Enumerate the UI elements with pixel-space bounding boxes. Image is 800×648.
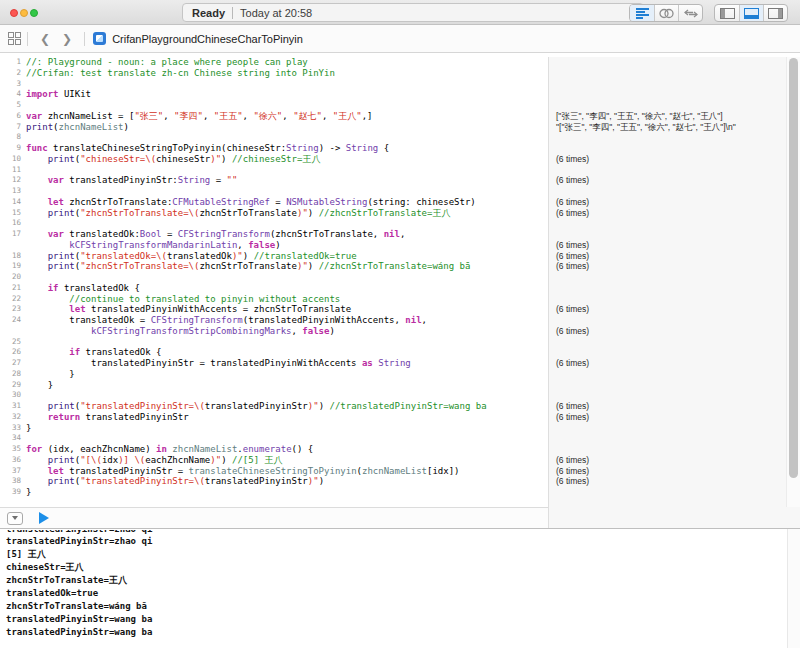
code-line[interactable]: if translatedOk { — [26, 283, 548, 294]
playground-result[interactable]: ["张三", "李四", "王五", "徐六", "赵七", "王八"] — [548, 111, 786, 122]
code-row[interactable]: 31 print("translatedPinyinStr=\(translat… — [0, 401, 800, 412]
playground-result[interactable]: (6 times) — [548, 208, 786, 219]
code-row[interactable]: kCFStringTransformStripCombiningMarks, f… — [0, 326, 800, 337]
code-row[interactable]: 8 — [0, 132, 800, 143]
code-line[interactable]: return translatedPinyinStr — [26, 412, 548, 423]
playground-result[interactable]: (6 times) — [548, 401, 786, 412]
code-line[interactable]: print(zhcnNameList) — [26, 122, 548, 133]
code-line[interactable]: print("zhcnStrToTranslate=\(zhcnStrToTra… — [26, 208, 548, 219]
code-line[interactable]: let translatedPinyinWithAccents = zhcnSt… — [26, 304, 548, 315]
code-row[interactable]: 24 translatedOk = CFStringTransform(tran… — [0, 315, 800, 326]
playground-result[interactable]: "["张三", "李四", "王五", "徐六", "赵七", "王八"]\n" — [548, 122, 786, 133]
code-line[interactable]: } — [26, 487, 548, 498]
go-back-button[interactable]: ❮ — [34, 32, 56, 46]
code-row[interactable]: 19 print("zhcnStrToTranslate=\(zhcnStrTo… — [0, 261, 800, 272]
code-line[interactable]: translatedOk = CFStringTransform(transla… — [26, 315, 548, 326]
console-output[interactable]: translatedPinyinStr=zhao qi translatedPi… — [0, 528, 800, 648]
console-toggle-button[interactable] — [7, 512, 23, 525]
code-row[interactable]: 17 var translatedOk:Bool = CFStringTrans… — [0, 229, 800, 240]
code-row[interactable]: 15 print("zhcnStrToTranslate=\(zhcnStrTo… — [0, 208, 800, 219]
code-line[interactable]: } — [26, 380, 548, 391]
code-line[interactable] — [26, 390, 548, 401]
code-line[interactable]: //Crifan: test translate zh-cn Chinese s… — [26, 68, 548, 79]
code-line[interactable]: var translatedPinyinStr:String = "" — [26, 175, 548, 186]
code-row[interactable]: 27 translatedPinyinStr = translatedPinyi… — [0, 358, 800, 369]
code-line[interactable]: print("translatedPinyinStr=\(translatedP… — [26, 476, 548, 487]
code-line[interactable]: kCFStringTransformMandarinLatin, false) — [26, 240, 548, 251]
code-row[interactable]: 1//: Playground - noun: a place where pe… — [0, 57, 800, 68]
code-row[interactable]: 4import UIKit — [0, 89, 800, 100]
code-line[interactable]: print("[\(idx)] \(eachZhcnName)") //[5] … — [26, 455, 548, 466]
code-row[interactable]: 35for (idx, eachZhcnName) in zhcnNameLis… — [0, 444, 800, 455]
playground-result[interactable]: (6 times) — [548, 455, 786, 466]
code-line[interactable]: for (idx, eachZhcnName) in zhcnNameList.… — [26, 444, 548, 455]
code-line[interactable]: if translatedOk { — [26, 347, 548, 358]
code-row[interactable]: kCFStringTransformMandarinLatin, false)(… — [0, 240, 800, 251]
navigator-panel-button[interactable] — [715, 5, 739, 21]
code-row[interactable]: 11 — [0, 165, 800, 176]
playground-result[interactable]: (6 times) — [548, 304, 786, 315]
code-line[interactable]: print("chineseStr=\(chineseStr)") //chin… — [26, 154, 548, 165]
playground-result[interactable]: (6 times) — [548, 175, 786, 186]
code-row[interactable]: 20 — [0, 272, 800, 283]
close-button[interactable] — [10, 9, 18, 17]
code-row[interactable]: 32 return translatedPinyinStr(6 times) — [0, 412, 800, 423]
playground-result[interactable]: (6 times) — [548, 358, 786, 369]
playground-result[interactable]: (6 times) — [548, 154, 786, 165]
code-row[interactable]: 37 let translatedPinyinStr = translateCh… — [0, 466, 800, 477]
related-items-icon[interactable] — [8, 32, 21, 45]
code-line[interactable] — [26, 272, 548, 283]
code-line[interactable]: var translatedOk:Bool = CFStringTransfor… — [26, 229, 548, 240]
code-line[interactable]: print("translatedPinyinStr=\(translatedP… — [26, 401, 548, 412]
code-line[interactable]: kCFStringTransformStripCombiningMarks, f… — [26, 326, 548, 337]
code-line[interactable]: translatedPinyinStr = translatedPinyinWi… — [26, 358, 548, 369]
code-row[interactable]: 13 — [0, 186, 800, 197]
code-line[interactable]: import UIKit — [26, 89, 548, 100]
playground-result[interactable]: (6 times) — [548, 326, 786, 337]
code-row[interactable]: 33} — [0, 423, 800, 434]
zoom-button[interactable] — [30, 9, 38, 17]
code-row[interactable]: 14 let zhcnStrToTranslate:CFMutableStrin… — [0, 197, 800, 208]
code-row[interactable]: 3 — [0, 79, 800, 90]
code-line[interactable] — [26, 218, 548, 229]
code-line[interactable] — [26, 337, 548, 348]
playground-result[interactable]: (6 times) — [548, 466, 786, 477]
code-row[interactable]: 22 //continue to translated to pinyin wi… — [0, 294, 800, 305]
code-line[interactable]: var zhcnNameList = ["张三", "李四", "王五", "徐… — [26, 111, 548, 122]
code-row[interactable]: 7print(zhcnNameList)"["张三", "李四", "王五", … — [0, 122, 800, 133]
assistant-editor-button[interactable] — [654, 5, 678, 21]
code-line[interactable]: let translatedPinyinStr = translateChine… — [26, 466, 548, 477]
code-row[interactable]: 18 print("translatedOk=\(translatedOk)")… — [0, 251, 800, 262]
playground-result[interactable]: (6 times) — [548, 261, 786, 272]
code-line[interactable] — [26, 186, 548, 197]
code-row[interactable]: 5 — [0, 100, 800, 111]
run-playground-button[interactable] — [39, 512, 49, 524]
code-row[interactable]: 38 print("translatedPinyinStr=\(translat… — [0, 476, 800, 487]
code-line[interactable]: let zhcnStrToTranslate:CFMutableStringRe… — [26, 197, 548, 208]
code-row[interactable]: 34 — [0, 433, 800, 444]
code-line[interactable]: } — [26, 423, 548, 434]
editor-scrollbar-thumb[interactable] — [789, 58, 798, 478]
minimize-button[interactable] — [20, 9, 28, 17]
code-line[interactable]: //: Playground - noun: a place where peo… — [26, 57, 548, 68]
playground-result[interactable]: (6 times) — [548, 412, 786, 423]
code-line[interactable]: print("zhcnStrToTranslate=\(zhcnStrToTra… — [26, 261, 548, 272]
go-forward-button[interactable]: ❯ — [56, 32, 78, 46]
code-row[interactable]: 9func translateChineseStringToPyinyin(ch… — [0, 143, 800, 154]
playground-result[interactable]: (6 times) — [548, 251, 786, 262]
code-row[interactable]: 25 — [0, 337, 800, 348]
code-row[interactable]: 23 let translatedPinyinWithAccents = zhc… — [0, 304, 800, 315]
inspector-panel-button[interactable] — [763, 5, 787, 21]
code-row[interactable]: 21 if translatedOk { — [0, 283, 800, 294]
playground-result[interactable]: (6 times) — [548, 197, 786, 208]
standard-editor-button[interactable] — [630, 5, 654, 21]
code-row[interactable]: 39} — [0, 487, 800, 498]
code-row[interactable]: 12 var translatedPinyinStr:String = ""(6… — [0, 175, 800, 186]
code-line[interactable]: } — [26, 369, 548, 380]
debug-area-button[interactable] — [739, 5, 763, 21]
playground-result[interactable]: (6 times) — [548, 476, 786, 487]
code-row[interactable]: 2//Crifan: test translate zh-cn Chinese … — [0, 68, 800, 79]
code-line[interactable]: func translateChineseStringToPyinyin(chi… — [26, 143, 548, 154]
code-line[interactable] — [26, 433, 548, 444]
console-scrollbar-track[interactable] — [787, 529, 800, 648]
